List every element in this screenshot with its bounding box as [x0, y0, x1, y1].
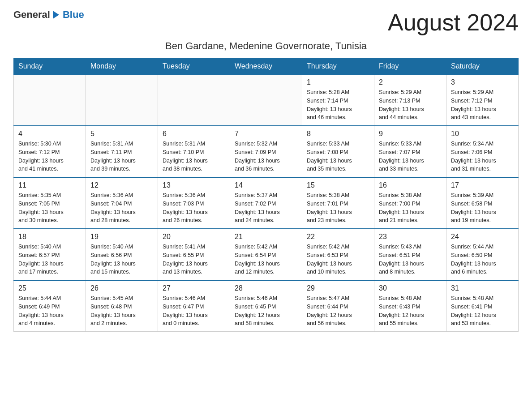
calendar-cell: 19Sunrise: 5:40 AM Sunset: 6:56 PM Dayli…: [86, 229, 158, 280]
day-number: 26: [90, 284, 153, 292]
day-number: 3: [451, 78, 514, 86]
weekday-header-monday: Monday: [86, 59, 158, 75]
day-number: 21: [235, 233, 297, 241]
calendar-cell: 23Sunrise: 5:43 AM Sunset: 6:51 PM Dayli…: [374, 229, 446, 280]
week-row-4: 18Sunrise: 5:40 AM Sunset: 6:57 PM Dayli…: [14, 229, 519, 280]
calendar-cell: [14, 74, 86, 126]
day-number: 11: [18, 181, 81, 189]
day-info: Sunrise: 5:40 AM Sunset: 6:56 PM Dayligh…: [90, 243, 153, 276]
day-info: Sunrise: 5:38 AM Sunset: 7:01 PM Dayligh…: [307, 191, 369, 225]
day-number: 31: [451, 284, 514, 292]
day-info: Sunrise: 5:30 AM Sunset: 7:12 PM Dayligh…: [18, 140, 81, 173]
calendar-cell: [230, 74, 302, 126]
calendar-cell: 27Sunrise: 5:46 AM Sunset: 6:47 PM Dayli…: [158, 280, 230, 332]
day-info: Sunrise: 5:29 AM Sunset: 7:13 PM Dayligh…: [379, 88, 442, 122]
day-info: Sunrise: 5:41 AM Sunset: 6:55 PM Dayligh…: [163, 243, 225, 276]
logo-triangle-icon: [53, 11, 59, 19]
weekday-header-wednesday: Wednesday: [230, 59, 302, 75]
day-number: 13: [163, 181, 225, 189]
weekday-header-sunday: Sunday: [14, 59, 86, 75]
day-info: Sunrise: 5:31 AM Sunset: 7:10 PM Dayligh…: [163, 140, 225, 173]
day-info: Sunrise: 5:42 AM Sunset: 6:53 PM Dayligh…: [307, 243, 369, 276]
calendar-cell: 14Sunrise: 5:37 AM Sunset: 7:02 PM Dayli…: [230, 177, 302, 229]
calendar-cell: 29Sunrise: 5:47 AM Sunset: 6:44 PM Dayli…: [302, 280, 374, 332]
calendar-cell: 9Sunrise: 5:33 AM Sunset: 7:07 PM Daylig…: [374, 126, 446, 177]
calendar-cell: 17Sunrise: 5:39 AM Sunset: 6:58 PM Dayli…: [446, 177, 519, 229]
day-number: 28: [235, 284, 297, 292]
day-info: Sunrise: 5:33 AM Sunset: 7:07 PM Dayligh…: [379, 140, 442, 173]
day-info: Sunrise: 5:39 AM Sunset: 6:58 PM Dayligh…: [451, 191, 514, 225]
week-row-2: 4Sunrise: 5:30 AM Sunset: 7:12 PM Daylig…: [14, 126, 519, 177]
day-info: Sunrise: 5:40 AM Sunset: 6:57 PM Dayligh…: [18, 243, 81, 276]
day-info: Sunrise: 5:35 AM Sunset: 7:05 PM Dayligh…: [18, 191, 81, 225]
weekday-header-tuesday: Tuesday: [158, 59, 230, 75]
day-number: 29: [307, 284, 369, 292]
day-info: Sunrise: 5:29 AM Sunset: 7:12 PM Dayligh…: [451, 88, 514, 122]
calendar-cell: 10Sunrise: 5:34 AM Sunset: 7:06 PM Dayli…: [446, 126, 519, 177]
day-number: 9: [379, 130, 442, 138]
day-info: Sunrise: 5:47 AM Sunset: 6:44 PM Dayligh…: [307, 294, 369, 328]
day-info: Sunrise: 5:28 AM Sunset: 7:14 PM Dayligh…: [307, 88, 369, 122]
day-info: Sunrise: 5:33 AM Sunset: 7:08 PM Dayligh…: [307, 140, 369, 173]
page-header: General Blue August 2024: [13, 9, 519, 36]
calendar-cell: 22Sunrise: 5:42 AM Sunset: 6:53 PM Dayli…: [302, 229, 374, 280]
day-info: Sunrise: 5:44 AM Sunset: 6:49 PM Dayligh…: [18, 294, 81, 328]
calendar-cell: 11Sunrise: 5:35 AM Sunset: 7:05 PM Dayli…: [14, 177, 86, 229]
day-info: Sunrise: 5:43 AM Sunset: 6:51 PM Dayligh…: [379, 243, 442, 276]
day-info: Sunrise: 5:36 AM Sunset: 7:04 PM Dayligh…: [90, 191, 153, 225]
calendar-cell: 5Sunrise: 5:31 AM Sunset: 7:11 PM Daylig…: [86, 126, 158, 177]
calendar-cell: 6Sunrise: 5:31 AM Sunset: 7:10 PM Daylig…: [158, 126, 230, 177]
calendar-cell: 18Sunrise: 5:40 AM Sunset: 6:57 PM Dayli…: [14, 229, 86, 280]
day-number: 2: [379, 78, 442, 86]
day-info: Sunrise: 5:44 AM Sunset: 6:50 PM Dayligh…: [451, 243, 514, 276]
day-info: Sunrise: 5:32 AM Sunset: 7:09 PM Dayligh…: [235, 140, 297, 173]
day-number: 8: [307, 130, 369, 138]
day-number: 4: [18, 130, 81, 138]
day-number: 17: [451, 181, 514, 189]
calendar-cell: 2Sunrise: 5:29 AM Sunset: 7:13 PM Daylig…: [374, 74, 446, 126]
day-number: 18: [18, 233, 81, 241]
calendar-cell: [86, 74, 158, 126]
weekday-header-saturday: Saturday: [446, 59, 519, 75]
day-info: Sunrise: 5:36 AM Sunset: 7:03 PM Dayligh…: [163, 191, 225, 225]
day-number: 6: [163, 130, 225, 138]
calendar-cell: 30Sunrise: 5:48 AM Sunset: 6:43 PM Dayli…: [374, 280, 446, 332]
day-number: 5: [90, 130, 153, 138]
day-number: 19: [90, 233, 153, 241]
location-title: Ben Gardane, Medenine Governorate, Tunis…: [13, 40, 519, 52]
calendar-cell: 1Sunrise: 5:28 AM Sunset: 7:14 PM Daylig…: [302, 74, 374, 126]
day-number: 22: [307, 233, 369, 241]
day-number: 23: [379, 233, 442, 241]
day-number: 10: [451, 130, 514, 138]
logo-text-blue: Blue: [63, 9, 84, 21]
week-row-1: 1Sunrise: 5:28 AM Sunset: 7:14 PM Daylig…: [14, 74, 519, 126]
logo: General Blue: [13, 9, 84, 21]
weekday-header-friday: Friday: [374, 59, 446, 75]
calendar-cell: 26Sunrise: 5:45 AM Sunset: 6:48 PM Dayli…: [86, 280, 158, 332]
day-number: 15: [307, 181, 369, 189]
day-info: Sunrise: 5:48 AM Sunset: 6:43 PM Dayligh…: [379, 294, 442, 328]
day-info: Sunrise: 5:45 AM Sunset: 6:48 PM Dayligh…: [90, 294, 153, 328]
day-number: 27: [163, 284, 225, 292]
month-title: August 2024: [388, 9, 519, 36]
calendar-cell: 3Sunrise: 5:29 AM Sunset: 7:12 PM Daylig…: [446, 74, 519, 126]
calendar-cell: 15Sunrise: 5:38 AM Sunset: 7:01 PM Dayli…: [302, 177, 374, 229]
day-info: Sunrise: 5:42 AM Sunset: 6:54 PM Dayligh…: [235, 243, 297, 276]
logo-text-general: General: [13, 9, 50, 21]
calendar-cell: 25Sunrise: 5:44 AM Sunset: 6:49 PM Dayli…: [14, 280, 86, 332]
day-number: 24: [451, 233, 514, 241]
day-number: 16: [379, 181, 442, 189]
calendar-cell: 12Sunrise: 5:36 AM Sunset: 7:04 PM Dayli…: [86, 177, 158, 229]
calendar-cell: 20Sunrise: 5:41 AM Sunset: 6:55 PM Dayli…: [158, 229, 230, 280]
day-info: Sunrise: 5:48 AM Sunset: 6:41 PM Dayligh…: [451, 294, 514, 328]
day-info: Sunrise: 5:46 AM Sunset: 6:45 PM Dayligh…: [235, 294, 297, 328]
calendar-cell: 16Sunrise: 5:38 AM Sunset: 7:00 PM Dayli…: [374, 177, 446, 229]
calendar-cell: 7Sunrise: 5:32 AM Sunset: 7:09 PM Daylig…: [230, 126, 302, 177]
day-number: 7: [235, 130, 297, 138]
day-info: Sunrise: 5:37 AM Sunset: 7:02 PM Dayligh…: [235, 191, 297, 225]
weekday-header-thursday: Thursday: [302, 59, 374, 75]
calendar-cell: 13Sunrise: 5:36 AM Sunset: 7:03 PM Dayli…: [158, 177, 230, 229]
week-row-5: 25Sunrise: 5:44 AM Sunset: 6:49 PM Dayli…: [14, 280, 519, 332]
day-number: 14: [235, 181, 297, 189]
calendar-header-row: SundayMondayTuesdayWednesdayThursdayFrid…: [14, 59, 519, 75]
